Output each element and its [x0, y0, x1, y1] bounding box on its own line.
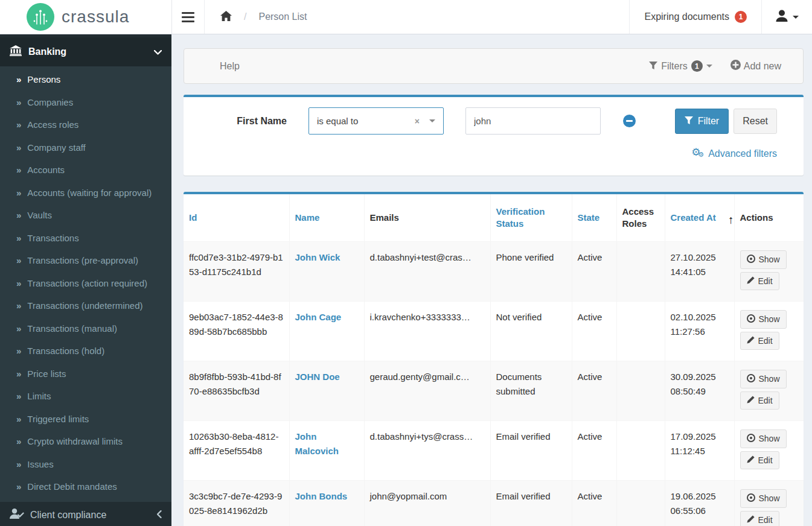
show-button[interactable]: Show — [740, 310, 787, 329]
sidebar-item-label: Issues — [27, 458, 53, 471]
angle-double-right-icon — [16, 368, 21, 380]
column-header-verification-status[interactable]: Verification Status — [490, 194, 572, 241]
person-name-link[interactable]: John Malcovich — [295, 431, 339, 456]
cell-state: Active — [572, 301, 616, 361]
sidebar-item-direct-debit-mandates[interactable]: Direct Debit mandates — [0, 475, 171, 498]
sidebar-item-transactions-pre-approval[interactable]: Transactions (pre-approval) — [0, 249, 171, 272]
navbar: / Person List Expiring documents 1 — [171, 0, 812, 34]
sidebar-item-transactions-hold[interactable]: Transactions (hold) — [0, 340, 171, 363]
edit-button[interactable]: Edit — [740, 451, 779, 469]
show-button[interactable]: Show — [740, 370, 787, 388]
edit-button-label: Edit — [758, 336, 773, 346]
eye-icon — [747, 374, 755, 384]
column-header-id[interactable]: Id — [184, 194, 289, 241]
gears-icon — [691, 148, 705, 160]
cell-name: John Cage — [289, 301, 364, 361]
filter-button-label: Filter — [698, 116, 720, 127]
angle-double-right-icon — [16, 481, 21, 493]
cell-actions: Show Edit — [734, 301, 804, 361]
sidebar-item-transactions-undetermined[interactable]: Transactions (undetermined) — [0, 294, 171, 317]
edit-button[interactable]: Edit — [740, 511, 779, 526]
sidebar-item-limits[interactable]: Limits — [0, 385, 171, 408]
breadcrumb-separator: / — [244, 11, 246, 22]
filter-button[interactable]: Filter — [675, 109, 729, 134]
cell-verification-status: Email verified — [490, 480, 572, 526]
column-header-actions: Actions — [734, 194, 804, 241]
cell-name: John Malcovich — [289, 420, 364, 480]
brand-logo[interactable]: crassula — [0, 0, 171, 34]
filter-value-input[interactable] — [465, 107, 601, 135]
sidebar-item-issues[interactable]: Issues — [0, 453, 171, 476]
breadcrumb: / Person List — [205, 0, 307, 34]
remove-filter-button[interactable] — [623, 115, 636, 127]
cell-emails: d.tabashnyi+tys@crass… — [364, 420, 490, 480]
sidebar-item-vaults[interactable]: Vaults — [0, 204, 171, 227]
add-new-button[interactable]: Add new — [730, 60, 781, 72]
sidebar-item-triggered-limits[interactable]: Triggered limits — [0, 408, 171, 431]
sidebar-section-label: Banking — [28, 46, 66, 57]
filters-dropdown-button[interactable]: Filters 1 — [649, 60, 712, 72]
person-name-link[interactable]: JOHN Doe — [295, 372, 340, 382]
clear-selection-icon[interactable] — [415, 116, 420, 126]
sidebar-item-label: Transactions — [27, 232, 78, 244]
show-button[interactable]: Show — [740, 429, 787, 448]
pencil-icon — [747, 396, 755, 405]
advanced-filters-link[interactable]: Advanced filters — [691, 148, 777, 160]
column-label: Name — [295, 212, 320, 223]
person-name-link[interactable]: John Wick — [295, 252, 340, 262]
sidebar-item-companies[interactable]: Companies — [0, 91, 171, 114]
help-link[interactable]: Help — [220, 61, 240, 72]
reset-button[interactable]: Reset — [734, 109, 777, 134]
cell-created-at: 27.10.2025 14:41:05 — [665, 241, 734, 301]
caret-down-icon — [429, 119, 435, 122]
reset-button-label: Reset — [743, 116, 768, 127]
sidebar-item-transactions-manual[interactable]: Transactions (manual) — [0, 317, 171, 340]
sidebar-item-persons[interactable]: Persons — [0, 68, 171, 91]
sidebar-item-transactions[interactable]: Transactions — [0, 227, 171, 250]
sidebar-item-company-staff[interactable]: Company staff — [0, 136, 171, 159]
sidebar-item-label: Vaults — [27, 209, 52, 221]
sidebar-section-client-compliance[interactable]: Client compliance — [0, 502, 171, 526]
show-button[interactable]: Show — [740, 489, 787, 508]
sidebar-item-label: Direct Debit mandates — [27, 481, 117, 493]
edit-button[interactable]: Edit — [740, 332, 779, 350]
column-header-state[interactable]: State — [572, 194, 616, 241]
cell-id: 10263b30-8eba-4812-afff-2d7e5ef554b8 — [184, 420, 289, 480]
eye-icon — [747, 493, 755, 504]
operator-select[interactable]: is equal to — [308, 107, 444, 135]
column-header-created-at[interactable]: Created At — [665, 194, 734, 241]
cell-state: Active — [572, 480, 616, 526]
sidebar-item-accounts-waiting-for-approval[interactable]: Accounts (waiting for approval) — [0, 182, 171, 204]
sidebar-item-price-lists[interactable]: Price lists — [0, 363, 171, 385]
show-button-label: Show — [759, 434, 780, 443]
cell-id: 9eb03ac7-1852-44e3-889d-58b7bc685bbb — [184, 301, 289, 361]
home-icon[interactable] — [220, 11, 232, 24]
cell-verification-status: Not verified — [490, 301, 572, 361]
edit-button[interactable]: Edit — [740, 272, 779, 290]
page-title: Person List — [258, 11, 307, 22]
person-name-link[interactable]: John Cage — [295, 312, 342, 322]
sidebar-toggle-button[interactable] — [172, 0, 205, 34]
sidebar-item-accounts[interactable]: Accounts — [0, 159, 171, 182]
sidebar-section-label: Client compliance — [30, 510, 106, 521]
sidebar-item-transactions-action-required[interactable]: Transactions (action required) — [0, 272, 171, 295]
pencil-icon — [747, 336, 755, 346]
filters-label: Filters — [661, 61, 688, 72]
expiring-documents-link[interactable]: Expiring documents 1 — [629, 0, 762, 34]
sidebar-item-label: Crypto withdrawal limits — [27, 436, 123, 448]
cell-verification-status: Documents submitted — [490, 361, 572, 420]
eye-icon — [747, 434, 755, 444]
cell-emails: i.kravchenko+3333333… — [364, 301, 490, 361]
sidebar-section-banking[interactable]: Banking — [0, 37, 171, 66]
cell-id: ffc0d7e3-31b2-4979-b153-d1175c241b1d — [184, 241, 289, 301]
cell-access-roles — [616, 301, 665, 361]
edit-button[interactable]: Edit — [740, 391, 779, 410]
sidebar-item-access-roles[interactable]: Access roles — [0, 113, 171, 136]
user-menu-button[interactable] — [762, 0, 812, 34]
show-button[interactable]: Show — [740, 250, 787, 269]
angle-double-right-icon — [16, 119, 21, 131]
column-header-name[interactable]: Name — [289, 194, 364, 241]
pencil-icon — [747, 515, 755, 525]
person-name-link[interactable]: John Bonds — [295, 491, 348, 501]
sidebar-item-crypto-withdrawal-limits[interactable]: Crypto withdrawal limits — [0, 430, 171, 453]
